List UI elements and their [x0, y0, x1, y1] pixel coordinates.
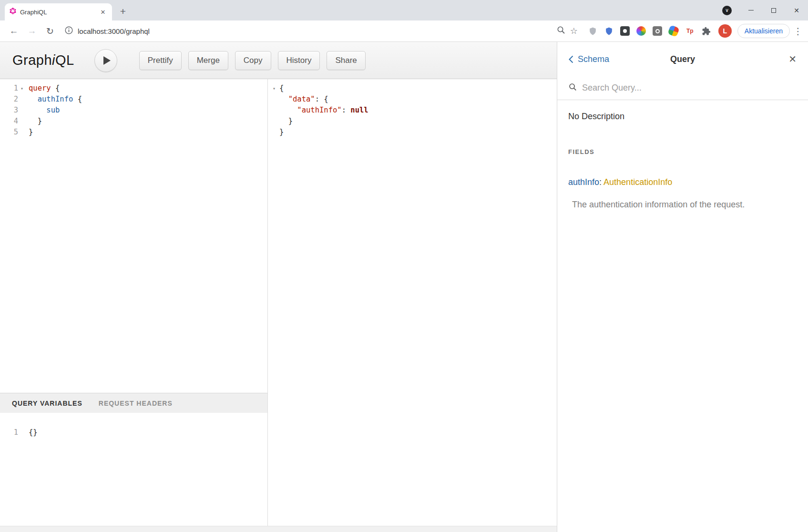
url-text[interactable]: localhost:3000/graphql: [78, 27, 150, 35]
maximize-icon: [771, 8, 776, 13]
doc-field-name[interactable]: authInfo: [568, 177, 599, 187]
editor-panes: 1▾query {2 authInfo {3 sub4 }5} QUERY VA…: [0, 79, 557, 526]
fold-gutter: [18, 116, 26, 127]
extensions-puzzle-icon[interactable]: [701, 26, 712, 37]
code-line: "authInfo": null: [276, 105, 368, 116]
code-line: }: [26, 116, 42, 127]
doc-field-type[interactable]: AuthenticationInfo: [603, 177, 672, 187]
browser-tab-strip: GraphiQL ✕ + ∨ ✕: [0, 0, 808, 20]
line-number: 3: [0, 105, 18, 116]
forward-button[interactable]: →: [25, 24, 39, 38]
extensions-area: Tp: [587, 26, 712, 37]
bookmark-star-icon[interactable]: ☆: [570, 26, 578, 36]
extension-camera-icon[interactable]: [652, 26, 663, 37]
browser-update-button[interactable]: Aktualisieren: [737, 24, 790, 38]
result-pane: ▾{ "data": { "authInfo": null }}: [268, 79, 557, 526]
code-line: {}: [26, 427, 38, 438]
query-editor[interactable]: 1▾query {2 authInfo {3 sub4 }5}: [0, 79, 267, 393]
fold-gutter: [268, 94, 276, 105]
extension-tp-icon[interactable]: Tp: [685, 26, 695, 37]
code-line: "data": {: [276, 94, 328, 105]
tab-search-icon[interactable]: ∨: [722, 6, 732, 15]
doc-field-item: authInfo: AuthenticationInfo: [568, 177, 797, 187]
prettify-button[interactable]: Prettify: [139, 51, 182, 70]
doc-no-description: No Description: [568, 112, 797, 122]
extension-pinwheel-icon[interactable]: [668, 26, 679, 37]
chevron-left-icon: [569, 55, 573, 63]
profile-avatar[interactable]: L: [718, 24, 732, 38]
new-tab-button[interactable]: +: [116, 4, 130, 19]
window-minimize-button[interactable]: [739, 0, 762, 20]
tab-title: GraphiQL: [20, 9, 95, 16]
back-button[interactable]: ←: [7, 24, 21, 38]
doc-search-input[interactable]: [582, 83, 797, 93]
fold-gutter: [268, 116, 276, 127]
code-line: }: [276, 116, 293, 127]
line-number: 1: [0, 427, 18, 438]
zoom-icon[interactable]: [557, 26, 565, 36]
fold-gutter: [18, 94, 26, 105]
code-line: }: [26, 127, 33, 138]
fold-gutter: [18, 427, 26, 438]
line-number: 2: [0, 94, 18, 105]
execute-query-button[interactable]: [94, 49, 117, 72]
search-icon: [569, 83, 577, 93]
fold-caret-icon[interactable]: ▾: [268, 83, 276, 94]
address-bar[interactable]: localhost:3000/graphql ☆: [59, 23, 583, 39]
doc-content: No Description FIELDS authInfo: Authenti…: [557, 100, 808, 210]
secondary-editor-tabs: QUERY VARIABLES REQUEST HEADERS: [0, 393, 267, 413]
window-close-button[interactable]: ✕: [785, 0, 808, 20]
line-number: 1: [0, 83, 18, 94]
graphql-favicon-icon: [10, 8, 16, 16]
fold-gutter: [268, 105, 276, 116]
doc-search-bar: [557, 76, 808, 100]
tab-query-variables[interactable]: QUERY VARIABLES: [12, 399, 82, 407]
extension-color-circle-icon[interactable]: [636, 26, 647, 37]
fold-gutter: [268, 127, 276, 138]
merge-button[interactable]: Merge: [188, 51, 228, 70]
code-line: query {: [26, 83, 60, 94]
browser-navbar: ← → ↻ localhost:3000/graphql ☆ Tp L Aktu…: [0, 20, 808, 42]
editor-area: GraphiQL Prettify Merge Copy History Sha…: [0, 42, 557, 532]
tab-close-icon[interactable]: ✕: [99, 8, 107, 16]
fold-caret-icon[interactable]: ▾: [18, 83, 26, 94]
close-icon: ✕: [794, 7, 799, 14]
result-viewer: ▾{ "data": { "authInfo": null }}: [268, 83, 557, 138]
line-number: 5: [0, 127, 18, 138]
doc-field-description: The authentication information of the re…: [568, 200, 797, 210]
code-line: {: [276, 83, 284, 94]
tab-strip-right: ∨ ✕: [722, 0, 808, 20]
minimize-icon: [748, 10, 754, 10]
extension-dark-square-icon[interactable]: [620, 26, 631, 37]
line-number: 4: [0, 116, 18, 127]
reload-button[interactable]: ↻: [43, 24, 57, 38]
page-info-icon[interactable]: [65, 26, 73, 36]
doc-explorer-header: Query Schema ✕: [557, 42, 808, 76]
extension-shield-gray-icon[interactable]: [587, 26, 598, 37]
doc-back-link[interactable]: Schema: [569, 54, 609, 64]
tab-request-headers[interactable]: REQUEST HEADERS: [99, 399, 173, 407]
extension-shield-blue-icon[interactable]: [603, 26, 614, 37]
play-icon: [103, 56, 111, 65]
history-button[interactable]: History: [278, 51, 320, 70]
doc-close-icon[interactable]: ✕: [788, 53, 797, 65]
horizontal-scrollbar[interactable]: [0, 526, 557, 532]
fold-gutter: [18, 105, 26, 116]
graphiql-app: GraphiQL Prettify Merge Copy History Sha…: [0, 42, 808, 532]
code-line: sub: [26, 105, 60, 116]
code-line: }: [276, 127, 284, 138]
window-maximize-button[interactable]: [762, 0, 785, 20]
variables-editor[interactable]: 1{}: [0, 413, 267, 526]
doc-fields-label: FIELDS: [568, 148, 797, 155]
fold-gutter: [18, 127, 26, 138]
graphiql-toolbar: GraphiQL Prettify Merge Copy History Sha…: [0, 42, 557, 79]
share-button[interactable]: Share: [327, 51, 365, 70]
browser-menu-icon[interactable]: ⋮: [793, 24, 803, 38]
browser-tab[interactable]: GraphiQL ✕: [5, 3, 112, 20]
code-line: authInfo {: [26, 94, 82, 105]
copy-button[interactable]: Copy: [235, 51, 271, 70]
doc-explorer: Query Schema ✕ No Description FIELDS aut…: [557, 42, 808, 532]
query-column: 1▾query {2 authInfo {3 sub4 }5} QUERY VA…: [0, 79, 268, 526]
graphiql-logo: GraphiQL: [12, 52, 74, 68]
